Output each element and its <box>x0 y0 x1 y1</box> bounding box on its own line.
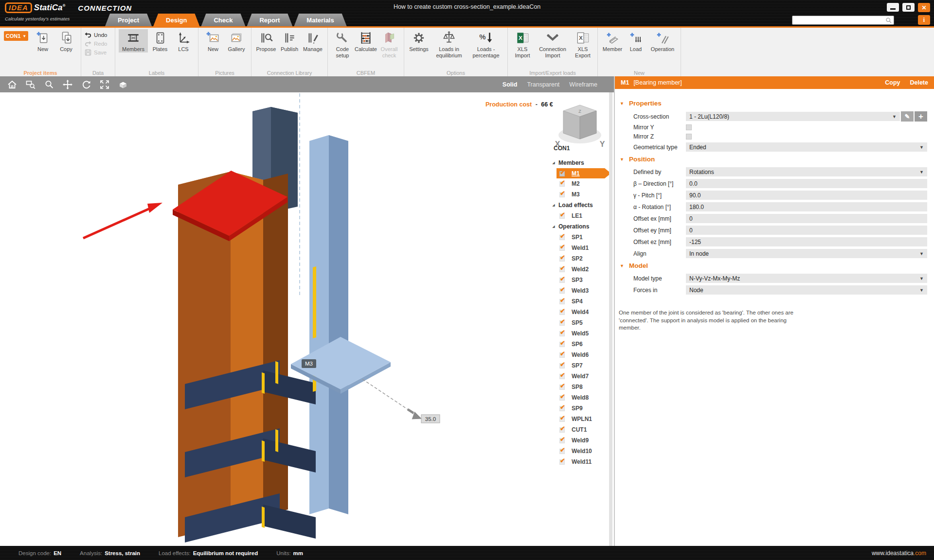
checkbox[interactable]: ✔ <box>559 373 566 380</box>
section-properties[interactable]: ▼ Properties <box>618 100 927 107</box>
tree-node-operations[interactable]: ◢ Operations <box>549 221 611 232</box>
viewport-3d[interactable]: 35.0 M3 <box>0 92 614 546</box>
copy-member-button[interactable]: Copy <box>885 79 900 86</box>
checkbox[interactable]: ✔ <box>559 405 566 412</box>
section-model[interactable]: ▼ Model <box>618 262 927 269</box>
gallery-button[interactable]: Gallery <box>225 29 248 52</box>
tree-item-sp6[interactable]: ✔SP6 <box>549 339 611 350</box>
checkbox[interactable]: ✔ <box>559 448 566 455</box>
navigation-cube[interactable]: Z X Y <box>555 105 605 148</box>
tab-check[interactable]: Check <box>201 14 245 26</box>
tree-item-sp8[interactable]: ✔SP8 <box>549 382 611 392</box>
new-member-button[interactable]: Member <box>601 29 624 52</box>
checkbox[interactable]: ✔ <box>559 458 566 465</box>
delete-member-button[interactable]: Delete <box>910 79 928 86</box>
tree-item-sp1[interactable]: ✔SP1 <box>549 232 611 243</box>
pan-icon[interactable] <box>62 79 73 90</box>
info-button[interactable]: i <box>918 15 930 25</box>
lcs-labels-button[interactable]: LCS <box>172 29 195 52</box>
search-input[interactable] <box>792 18 885 23</box>
settings-button[interactable]: Settings <box>408 29 430 52</box>
tree-item-weld9[interactable]: ✔Weld9 <box>549 435 611 446</box>
copy-project-item-button[interactable]: Copy <box>55 29 77 52</box>
zoom-icon[interactable] <box>44 79 54 90</box>
model-type-dropdown[interactable]: N-Vy-Vz-Mx-My-Mz▼ <box>686 274 927 283</box>
tree-item-weld5[interactable]: ✔Weld5 <box>549 328 611 339</box>
save-button[interactable]: Save <box>84 49 108 56</box>
project-item-selector[interactable]: CON1▼ <box>4 31 28 41</box>
checkbox[interactable]: ✔ <box>559 234 566 241</box>
new-load-button[interactable]: Load <box>625 29 647 52</box>
batten-plates[interactable] <box>185 360 316 542</box>
tree-node-members[interactable]: ◢ Members <box>549 158 611 168</box>
checkbox[interactable]: ✔ <box>559 309 566 315</box>
add-cross-section-button[interactable]: + <box>915 111 927 122</box>
collapse-icon[interactable]: ◢ <box>549 203 558 207</box>
tree-item-cut1[interactable]: ✔CUT1 <box>549 424 611 435</box>
checkbox[interactable]: ✔ <box>559 255 566 262</box>
home-view-icon[interactable] <box>7 79 18 90</box>
mirror-z-checkbox[interactable] <box>686 134 692 140</box>
website-link[interactable]: www.ideastatica.com <box>872 550 926 557</box>
tree-item-sp9[interactable]: ✔SP9 <box>549 403 611 414</box>
checkbox[interactable]: ✔ <box>559 426 566 433</box>
search-box[interactable] <box>792 16 894 25</box>
publish-button[interactable]: Publish <box>278 29 301 52</box>
rotate-icon[interactable] <box>81 79 91 90</box>
offset-ez-input[interactable]: -125 <box>686 237 927 246</box>
edit-cross-section-button[interactable]: ✎ <box>901 111 914 122</box>
checkbox[interactable]: ✔ <box>559 416 566 422</box>
geometrical-type-dropdown[interactable]: Ended▼ <box>686 142 927 152</box>
checkbox[interactable]: ✔ <box>559 384 566 390</box>
mode-wireframe[interactable]: Wireframe <box>569 81 597 88</box>
defined-by-dropdown[interactable]: Rotations▼ <box>686 167 927 176</box>
tree-item-sp5[interactable]: ✔SP5 <box>549 317 611 328</box>
plates-labels-button[interactable]: Plates <box>149 29 171 52</box>
tree-item-weld1[interactable]: ✔Weld1 <box>549 243 611 253</box>
code-setup-button[interactable]: Code setup <box>331 29 354 58</box>
checkbox[interactable]: ✔ <box>559 341 566 348</box>
checkbox[interactable]: ✔ <box>559 437 566 444</box>
checkbox-m1[interactable]: ✔ <box>559 170 566 177</box>
forces-in-dropdown[interactable]: Node▼ <box>686 285 927 295</box>
offset-ey-input[interactable]: 0 <box>686 226 927 235</box>
checkbox[interactable]: ✔ <box>559 298 566 305</box>
propose-button[interactable]: Propose <box>255 29 277 52</box>
connection-import-button[interactable]: Connection Import <box>535 29 571 58</box>
cross-section-dropdown[interactable]: 1 - 2Lu(L120/8)▼ <box>686 112 900 121</box>
checkbox-le1[interactable]: ✔ <box>559 212 566 219</box>
undo-button[interactable]: Undo <box>84 31 108 39</box>
xls-import-button[interactable]: X XLS Import <box>511 29 534 58</box>
minimize-button[interactable] <box>887 3 899 12</box>
zoom-window-icon[interactable] <box>25 79 36 90</box>
new-picture-button[interactable]: New <box>202 29 224 52</box>
alpha-rotation-input[interactable]: 180.0 <box>686 202 927 211</box>
gamma-pitch-input[interactable]: 90.0 <box>686 191 927 200</box>
checkbox[interactable]: ✔ <box>559 287 566 294</box>
checkbox[interactable]: ✔ <box>559 277 566 283</box>
tree-item-sp7[interactable]: ✔SP7 <box>549 360 611 371</box>
manage-button[interactable]: Manage <box>302 29 324 52</box>
calculate-button[interactable]: Calculate <box>355 29 377 52</box>
checkbox-m3[interactable]: ✔ <box>559 191 566 198</box>
solid-box-icon[interactable] <box>118 79 128 90</box>
checkbox[interactable]: ✔ <box>559 245 566 251</box>
loads-percentage-button[interactable]: % Loads - percentage <box>468 29 504 58</box>
mode-solid[interactable]: Solid <box>503 81 518 88</box>
tree-item-wpln1[interactable]: ✔WPLN1 <box>549 414 611 424</box>
offset-ex-input[interactable]: 0 <box>686 214 927 223</box>
collapse-icon[interactable]: ◢ <box>549 161 558 165</box>
tree-item-weld7[interactable]: ✔Weld7 <box>549 371 611 382</box>
new-project-item-button[interactable]: New <box>32 29 54 52</box>
tab-design[interactable]: Design <box>153 14 199 26</box>
section-position[interactable]: ▼ Position <box>618 156 927 163</box>
tree-item-weld6[interactable]: ✔Weld6 <box>549 350 611 360</box>
loads-in-equilibrium-button[interactable]: Loads in equilibrium <box>431 29 467 58</box>
checkbox[interactable]: ✔ <box>559 351 566 358</box>
xls-export-button[interactable]: X XLS Export <box>572 29 594 58</box>
tree-item-weld8[interactable]: ✔Weld8 <box>549 392 611 403</box>
tree-item-m1[interactable]: ✔ M1 <box>549 168 611 178</box>
tab-project[interactable]: Project <box>105 14 152 26</box>
checkbox[interactable]: ✔ <box>559 266 566 273</box>
tree-item-m3[interactable]: ✔ M3 <box>549 189 611 200</box>
